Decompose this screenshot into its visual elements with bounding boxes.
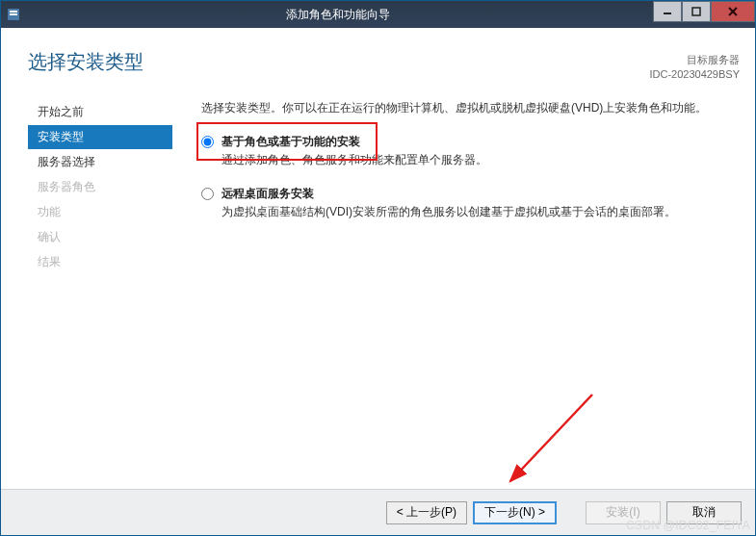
install-button: 安装(I)	[586, 501, 661, 524]
sidebar-item-server-roles: 服务器角色	[28, 175, 172, 199]
intro-text: 选择安装类型。你可以在正在运行的物理计算机、虚拟机或脱机虚拟硬盘(VHD)上安装…	[201, 100, 740, 116]
option-rds-label: 远程桌面服务安装	[222, 186, 314, 202]
header: 选择安装类型 目标服务器 IDC-20230429BSY	[1, 28, 755, 92]
window-title: 添加角色和功能向导	[22, 7, 653, 23]
prev-button[interactable]: < 上一步(P)	[386, 501, 467, 524]
maximize-button[interactable]	[682, 1, 711, 22]
option-role-based-label: 基于角色或基于功能的安装	[222, 134, 360, 150]
titlebar: 添加角色和功能向导	[1, 1, 755, 28]
content-area: 选择安装类型 目标服务器 IDC-20230429BSY 开始之前 安装类型 服…	[1, 28, 755, 535]
sidebar-item-server-selection[interactable]: 服务器选择	[28, 150, 172, 174]
radio-rds[interactable]	[201, 188, 214, 200]
svg-rect-1	[10, 11, 17, 13]
sidebar-item-features: 功能	[28, 200, 172, 224]
sidebar-item-install-type[interactable]: 安装类型	[28, 125, 172, 149]
option-role-based-desc: 通过添加角色、角色服务和功能来配置单个服务器。	[222, 152, 740, 168]
svg-rect-2	[10, 13, 17, 15]
target-info: 目标服务器 IDC-20230429BSY	[649, 49, 740, 83]
target-server: IDC-20230429BSY	[649, 67, 740, 82]
page-title: 选择安装类型	[28, 49, 143, 75]
main-area: 开始之前 安装类型 服务器选择 服务器角色 功能 确认 结果 选择安装类型。你可…	[1, 92, 755, 489]
radio-role-based[interactable]	[201, 136, 214, 148]
cancel-button[interactable]: 取消	[666, 501, 742, 524]
sidebar-item-results: 结果	[28, 250, 172, 274]
option-rds-desc: 为虚拟桌面基础结构(VDI)安装所需的角色服务以创建基于虚拟机或基于会话的桌面部…	[222, 204, 740, 220]
svg-rect-4	[692, 8, 700, 15]
panel: 选择安装类型。你可以在正在运行的物理计算机、虚拟机或脱机虚拟硬盘(VHD)上安装…	[172, 92, 740, 489]
target-label: 目标服务器	[649, 53, 740, 67]
close-button[interactable]	[711, 1, 755, 22]
window-controls	[653, 1, 755, 28]
next-button[interactable]: 下一步(N) >	[473, 501, 557, 524]
minimize-button[interactable]	[653, 1, 682, 22]
sidebar: 开始之前 安装类型 服务器选择 服务器角色 功能 确认 结果	[28, 92, 172, 489]
footer: < 上一步(P) 下一步(N) > 安装(I) 取消	[1, 489, 755, 535]
wizard-window: 添加角色和功能向导 选择安装类型 目标服务器 IDC-20230429BSY 开…	[0, 0, 756, 536]
option-rds[interactable]: 远程桌面服务安装 为虚拟桌面基础结构(VDI)安装所需的角色服务以创建基于虚拟机…	[201, 186, 740, 220]
sidebar-item-confirm: 确认	[28, 225, 172, 249]
option-role-based[interactable]: 基于角色或基于功能的安装 通过添加角色、角色服务和功能来配置单个服务器。	[201, 134, 740, 168]
sidebar-item-before-begin[interactable]: 开始之前	[28, 100, 172, 124]
app-icon	[1, 8, 22, 21]
